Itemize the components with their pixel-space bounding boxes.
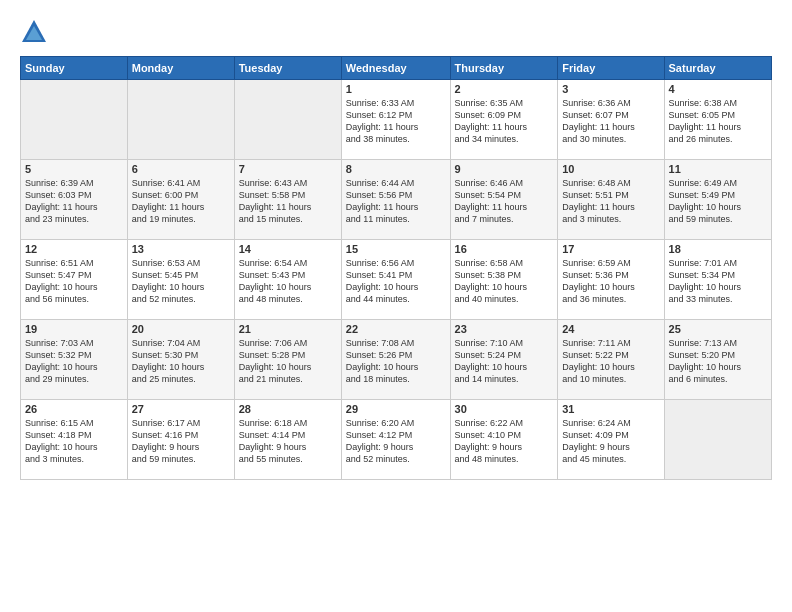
day-number: 31	[562, 403, 659, 415]
calendar-cell: 6Sunrise: 6:41 AM Sunset: 6:00 PM Daylig…	[127, 160, 234, 240]
day-number: 18	[669, 243, 767, 255]
calendar-cell	[21, 80, 128, 160]
calendar-cell: 24Sunrise: 7:11 AM Sunset: 5:22 PM Dayli…	[558, 320, 664, 400]
day-number: 3	[562, 83, 659, 95]
day-info: Sunrise: 6:48 AM Sunset: 5:51 PM Dayligh…	[562, 177, 659, 226]
day-info: Sunrise: 6:53 AM Sunset: 5:45 PM Dayligh…	[132, 257, 230, 306]
header-day-tuesday: Tuesday	[234, 57, 341, 80]
calendar-cell: 29Sunrise: 6:20 AM Sunset: 4:12 PM Dayli…	[341, 400, 450, 480]
calendar-cell: 8Sunrise: 6:44 AM Sunset: 5:56 PM Daylig…	[341, 160, 450, 240]
day-info: Sunrise: 6:36 AM Sunset: 6:07 PM Dayligh…	[562, 97, 659, 146]
header-day-friday: Friday	[558, 57, 664, 80]
day-info: Sunrise: 6:20 AM Sunset: 4:12 PM Dayligh…	[346, 417, 446, 466]
day-number: 12	[25, 243, 123, 255]
calendar-cell: 2Sunrise: 6:35 AM Sunset: 6:09 PM Daylig…	[450, 80, 558, 160]
day-number: 28	[239, 403, 337, 415]
calendar-week-1: 5Sunrise: 6:39 AM Sunset: 6:03 PM Daylig…	[21, 160, 772, 240]
day-number: 25	[669, 323, 767, 335]
day-info: Sunrise: 6:54 AM Sunset: 5:43 PM Dayligh…	[239, 257, 337, 306]
day-info: Sunrise: 7:01 AM Sunset: 5:34 PM Dayligh…	[669, 257, 767, 306]
day-info: Sunrise: 7:08 AM Sunset: 5:26 PM Dayligh…	[346, 337, 446, 386]
day-info: Sunrise: 6:33 AM Sunset: 6:12 PM Dayligh…	[346, 97, 446, 146]
calendar-cell: 18Sunrise: 7:01 AM Sunset: 5:34 PM Dayli…	[664, 240, 771, 320]
calendar-cell: 15Sunrise: 6:56 AM Sunset: 5:41 PM Dayli…	[341, 240, 450, 320]
day-info: Sunrise: 6:18 AM Sunset: 4:14 PM Dayligh…	[239, 417, 337, 466]
header-day-thursday: Thursday	[450, 57, 558, 80]
day-info: Sunrise: 7:10 AM Sunset: 5:24 PM Dayligh…	[455, 337, 554, 386]
calendar-cell: 14Sunrise: 6:54 AM Sunset: 5:43 PM Dayli…	[234, 240, 341, 320]
day-number: 4	[669, 83, 767, 95]
day-info: Sunrise: 7:13 AM Sunset: 5:20 PM Dayligh…	[669, 337, 767, 386]
day-number: 6	[132, 163, 230, 175]
calendar-cell: 10Sunrise: 6:48 AM Sunset: 5:51 PM Dayli…	[558, 160, 664, 240]
calendar-cell: 31Sunrise: 6:24 AM Sunset: 4:09 PM Dayli…	[558, 400, 664, 480]
day-info: Sunrise: 6:39 AM Sunset: 6:03 PM Dayligh…	[25, 177, 123, 226]
header-day-saturday: Saturday	[664, 57, 771, 80]
calendar-cell: 3Sunrise: 6:36 AM Sunset: 6:07 PM Daylig…	[558, 80, 664, 160]
day-info: Sunrise: 6:24 AM Sunset: 4:09 PM Dayligh…	[562, 417, 659, 466]
logo-icon	[20, 18, 48, 46]
day-info: Sunrise: 6:44 AM Sunset: 5:56 PM Dayligh…	[346, 177, 446, 226]
day-info: Sunrise: 6:51 AM Sunset: 5:47 PM Dayligh…	[25, 257, 123, 306]
day-number: 22	[346, 323, 446, 335]
calendar-body: 1Sunrise: 6:33 AM Sunset: 6:12 PM Daylig…	[21, 80, 772, 480]
day-number: 29	[346, 403, 446, 415]
day-number: 20	[132, 323, 230, 335]
day-number: 11	[669, 163, 767, 175]
calendar-table: SundayMondayTuesdayWednesdayThursdayFrid…	[20, 56, 772, 480]
day-number: 21	[239, 323, 337, 335]
calendar-cell: 5Sunrise: 6:39 AM Sunset: 6:03 PM Daylig…	[21, 160, 128, 240]
calendar-cell	[127, 80, 234, 160]
day-info: Sunrise: 6:58 AM Sunset: 5:38 PM Dayligh…	[455, 257, 554, 306]
calendar-cell: 30Sunrise: 6:22 AM Sunset: 4:10 PM Dayli…	[450, 400, 558, 480]
day-number: 10	[562, 163, 659, 175]
calendar-cell: 21Sunrise: 7:06 AM Sunset: 5:28 PM Dayli…	[234, 320, 341, 400]
day-number: 19	[25, 323, 123, 335]
day-number: 24	[562, 323, 659, 335]
day-number: 2	[455, 83, 554, 95]
calendar-cell: 1Sunrise: 6:33 AM Sunset: 6:12 PM Daylig…	[341, 80, 450, 160]
day-info: Sunrise: 7:06 AM Sunset: 5:28 PM Dayligh…	[239, 337, 337, 386]
header-day-sunday: Sunday	[21, 57, 128, 80]
calendar-header: SundayMondayTuesdayWednesdayThursdayFrid…	[21, 57, 772, 80]
day-info: Sunrise: 6:38 AM Sunset: 6:05 PM Dayligh…	[669, 97, 767, 146]
day-info: Sunrise: 6:56 AM Sunset: 5:41 PM Dayligh…	[346, 257, 446, 306]
day-info: Sunrise: 6:59 AM Sunset: 5:36 PM Dayligh…	[562, 257, 659, 306]
calendar-cell: 19Sunrise: 7:03 AM Sunset: 5:32 PM Dayli…	[21, 320, 128, 400]
logo	[20, 18, 52, 46]
header	[20, 18, 772, 46]
calendar-cell: 22Sunrise: 7:08 AM Sunset: 5:26 PM Dayli…	[341, 320, 450, 400]
day-info: Sunrise: 6:41 AM Sunset: 6:00 PM Dayligh…	[132, 177, 230, 226]
calendar-cell: 20Sunrise: 7:04 AM Sunset: 5:30 PM Dayli…	[127, 320, 234, 400]
calendar-cell: 9Sunrise: 6:46 AM Sunset: 5:54 PM Daylig…	[450, 160, 558, 240]
day-info: Sunrise: 6:17 AM Sunset: 4:16 PM Dayligh…	[132, 417, 230, 466]
calendar-week-0: 1Sunrise: 6:33 AM Sunset: 6:12 PM Daylig…	[21, 80, 772, 160]
header-day-monday: Monday	[127, 57, 234, 80]
calendar-cell	[664, 400, 771, 480]
page: SundayMondayTuesdayWednesdayThursdayFrid…	[0, 0, 792, 612]
day-number: 30	[455, 403, 554, 415]
day-info: Sunrise: 7:03 AM Sunset: 5:32 PM Dayligh…	[25, 337, 123, 386]
day-info: Sunrise: 6:35 AM Sunset: 6:09 PM Dayligh…	[455, 97, 554, 146]
day-info: Sunrise: 6:46 AM Sunset: 5:54 PM Dayligh…	[455, 177, 554, 226]
day-number: 17	[562, 243, 659, 255]
header-row: SundayMondayTuesdayWednesdayThursdayFrid…	[21, 57, 772, 80]
calendar-cell: 4Sunrise: 6:38 AM Sunset: 6:05 PM Daylig…	[664, 80, 771, 160]
day-number: 26	[25, 403, 123, 415]
day-number: 16	[455, 243, 554, 255]
calendar-cell: 23Sunrise: 7:10 AM Sunset: 5:24 PM Dayli…	[450, 320, 558, 400]
day-info: Sunrise: 6:22 AM Sunset: 4:10 PM Dayligh…	[455, 417, 554, 466]
calendar-cell: 17Sunrise: 6:59 AM Sunset: 5:36 PM Dayli…	[558, 240, 664, 320]
day-info: Sunrise: 7:04 AM Sunset: 5:30 PM Dayligh…	[132, 337, 230, 386]
day-number: 15	[346, 243, 446, 255]
day-number: 5	[25, 163, 123, 175]
day-info: Sunrise: 6:49 AM Sunset: 5:49 PM Dayligh…	[669, 177, 767, 226]
day-info: Sunrise: 7:11 AM Sunset: 5:22 PM Dayligh…	[562, 337, 659, 386]
day-info: Sunrise: 6:43 AM Sunset: 5:58 PM Dayligh…	[239, 177, 337, 226]
day-number: 14	[239, 243, 337, 255]
calendar-cell: 13Sunrise: 6:53 AM Sunset: 5:45 PM Dayli…	[127, 240, 234, 320]
calendar-cell: 7Sunrise: 6:43 AM Sunset: 5:58 PM Daylig…	[234, 160, 341, 240]
day-number: 9	[455, 163, 554, 175]
calendar-week-2: 12Sunrise: 6:51 AM Sunset: 5:47 PM Dayli…	[21, 240, 772, 320]
calendar-cell: 27Sunrise: 6:17 AM Sunset: 4:16 PM Dayli…	[127, 400, 234, 480]
